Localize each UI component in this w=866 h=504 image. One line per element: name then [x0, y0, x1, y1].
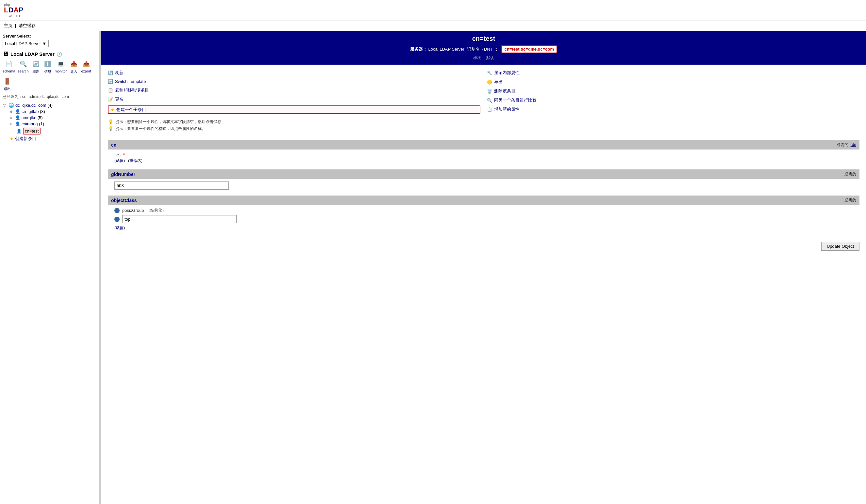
cn-assign-link[interactable]: 赋值 [116, 158, 123, 163]
attr-required-gidnumber: 必需的 [844, 171, 856, 177]
update-object-button[interactable]: Update Object [821, 242, 859, 251]
action-compare-icon: 🔍 [487, 98, 492, 103]
action-refresh[interactable]: 🔄 刷新 [108, 70, 480, 76]
action-export-link[interactable]: 🟡 导出 [487, 79, 859, 85]
tree-item-qike[interactable]: ⊕ 👤 cn=qike (5) [9, 115, 98, 121]
import-icon: 📥 [69, 59, 78, 69]
toolbar-search[interactable]: 🔍 search [18, 59, 29, 74]
attr-gidnumber-link[interactable]: gidNumber [111, 172, 135, 177]
toolbar-monitor[interactable]: 💻 monitor [55, 59, 67, 74]
server-select-label: Server Select: [3, 34, 98, 38]
attr-section-objectclass: objectClass 必需的 i posixGroup （结构化） i (赋值… [108, 196, 859, 233]
attr-required-objectclass: 必需的 [844, 197, 856, 203]
action-switch-template-label: Switch Template [115, 79, 146, 84]
action-export-label: 导出 [494, 79, 503, 85]
dn-label: 识别名（DN）： [467, 46, 499, 52]
attr-header-objectclass: objectClass 必需的 [108, 196, 859, 205]
sidebar-resize-handle[interactable] [99, 31, 101, 504]
tree-item-spug[interactable]: ⊕ 👤 cn=spug (1) [9, 121, 98, 127]
nav-bar: 主页 | 清空缓存 [0, 21, 866, 31]
action-create-child-label: 创建一个子条目 [116, 107, 146, 113]
server-select-dropdown[interactable]: Local LDAP Server ▼ [3, 40, 49, 47]
logo-area: php LDAP admin [4, 3, 23, 18]
attr-name-gidnumber: gidNumber [111, 172, 135, 177]
globe-icon: 🌐 [9, 103, 14, 108]
toolbar-logout-label: 退出 [3, 87, 11, 91]
action-copy-move[interactable]: 📋 复制和移动该条目 [108, 87, 480, 93]
action-add-attr-label: 增加新的属性 [494, 106, 520, 112]
user-gitlab-icon: 👤 [15, 109, 20, 114]
export-icon: 📤 [82, 59, 91, 69]
tree-label-qike: cn=qike (5) [22, 115, 43, 120]
server-select-value: Local LDAP Server [5, 41, 41, 46]
tree-children-root: ⊕ 👤 cn=gitlab (3) ⊕ 👤 [9, 109, 98, 142]
attr-objectclass-link[interactable]: objectClass [111, 198, 137, 203]
nav-home[interactable]: 主页 [4, 23, 12, 28]
toolbar-logout[interactable]: 🚪 退出 [3, 77, 12, 91]
tip-1-icon: 💡 [108, 119, 113, 124]
tree-item-root[interactable]: ▽ 🌐 dc=qike,dc=com (4) [3, 102, 98, 108]
action-delete[interactable]: 🗑️ 删除该条目 [487, 88, 859, 94]
action-delete-icon: 🗑️ [487, 89, 492, 94]
objectclass-assign-link[interactable]: 赋值 [116, 226, 123, 230]
cn-rename-link[interactable]: 重命名 [130, 158, 141, 163]
server-title: 🖥 Local LDAP Server 🕐 [3, 50, 98, 57]
tree-label-root: dc=qike,dc=com (4) [15, 103, 53, 108]
action-export-icon: 🟡 [487, 80, 492, 84]
actions-area: 🔄 刷新 🔄 Switch Template 📋 复制和移动该条目 📝 更名 ★ [101, 65, 866, 119]
toolbar-import[interactable]: 📥 导入 [69, 59, 78, 74]
attr-body-objectclass: i posixGroup （结构化） i (赋值) [108, 205, 859, 233]
tree-item-test[interactable]: 👤 cn=test [16, 127, 98, 135]
server-name-value: Local LDAP Server [429, 47, 464, 51]
tree-expand-gitlab-icon: ⊕ [10, 110, 14, 113]
action-create-child[interactable]: ★ 创建一个子条目 [108, 105, 480, 114]
tips-area: 💡 提示：想要删除一个属性，请将文本字段清空，然后点击保存。 💡 提示：要查看一… [101, 119, 866, 137]
refresh-icon: 🔄 [31, 59, 41, 69]
action-compare[interactable]: 🔍 同另一个条目进行比较 [487, 97, 859, 103]
user-test-icon: 👤 [16, 129, 22, 134]
server-title-label: Local LDAP Server [10, 51, 55, 57]
template-label: 样板： [473, 56, 485, 60]
dn-value-box: cn=test,dc=qike,dc=com [501, 45, 557, 53]
server-meta-label: 服务器： Local LDAP Server [410, 46, 464, 52]
tree-expand-icon: ▽ [3, 103, 7, 107]
action-rename-icon: 📝 [108, 97, 113, 102]
toolbar-info-label: 信息 [44, 69, 51, 74]
logo: php LDAP admin [4, 3, 23, 18]
top-input[interactable] [122, 215, 236, 223]
top-info-icon[interactable]: i [114, 217, 120, 222]
top-header: php LDAP admin [0, 0, 866, 21]
content-header: cn=test 服务器： Local LDAP Server 识别名（DN）： … [101, 31, 866, 65]
clock-icon: 🕐 [57, 51, 62, 57]
tree-label-gitlab: cn=gitlab (3) [22, 109, 45, 114]
action-rename[interactable]: 📝 更名 [108, 96, 480, 102]
action-show-internal-icon: 🔧 [487, 70, 492, 76]
user-qike-icon: 👤 [15, 115, 20, 120]
update-area: Update Object [101, 237, 866, 256]
toolbar-info[interactable]: ℹ️ 信息 [43, 59, 52, 74]
toolbar-export[interactable]: 📤 export [81, 59, 91, 74]
attr-header-gidnumber: gidNumber 必需的 [108, 169, 859, 179]
nav-clear-cache[interactable]: 清空缓存 [19, 23, 36, 28]
toolbar-refresh[interactable]: 🔄 刷新 [31, 59, 41, 74]
actions-left: 🔄 刷新 🔄 Switch Template 📋 复制和移动该条目 📝 更名 ★ [108, 70, 480, 114]
objectclass-row-top: i [114, 215, 853, 223]
attr-name-cn: cn [111, 142, 116, 148]
action-compare-label: 同另一个条目进行比较 [494, 97, 536, 103]
action-delete-label: 删除该条目 [494, 88, 515, 94]
action-add-attr[interactable]: 📋 增加新的属性 [487, 106, 859, 112]
attr-cn-link[interactable]: cn [111, 142, 116, 148]
tree-children-spug: 👤 cn=test [16, 127, 98, 135]
toolbar-schema[interactable]: 📄 schema [3, 59, 15, 74]
action-show-internal[interactable]: 🔧 显示内部属性 [487, 70, 859, 76]
action-switch-template[interactable]: 🔄 Switch Template [108, 79, 480, 84]
tree-item-create-new[interactable]: ★ 创建新条目 [9, 136, 98, 142]
toolbar-schema-label: schema [3, 69, 15, 73]
attr-body-cn: test * (赋值) (重命名) [108, 149, 859, 166]
attr-rdn-link[interactable]: rdn [851, 142, 856, 147]
gidnumber-input[interactable] [114, 182, 229, 190]
posixgroup-info-icon[interactable]: i [114, 208, 120, 213]
attr-section-cn: cn 必需的, rdn test * (赋值) (重命名) [108, 140, 859, 166]
action-create-child-icon: ★ [110, 107, 114, 112]
tree-item-gitlab[interactable]: ⊕ 👤 cn=gitlab (3) [9, 109, 98, 114]
